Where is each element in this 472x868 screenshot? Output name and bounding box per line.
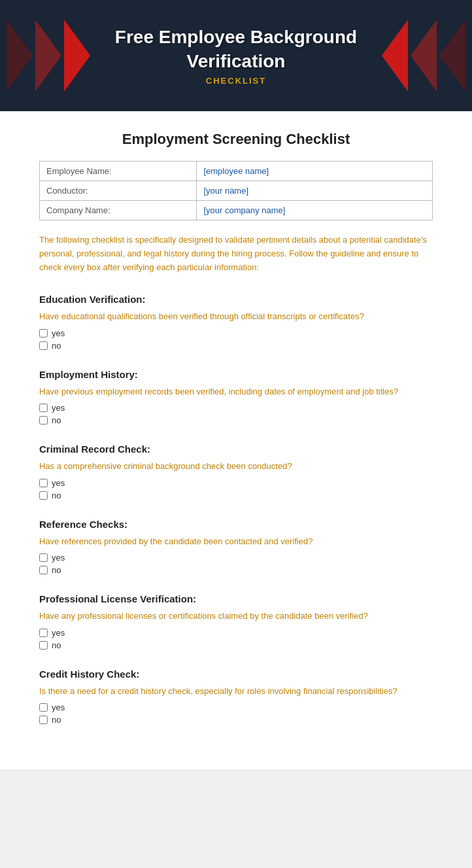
main-content: Employment Screening Checklist Employee … bbox=[0, 111, 472, 769]
checkbox-license-no[interactable] bbox=[39, 641, 48, 650]
checkbox-credit-yes[interactable] bbox=[39, 703, 48, 712]
header-title-block: Free Employee Background Verification CH… bbox=[115, 26, 357, 86]
checkbox-label: no bbox=[52, 491, 61, 500]
checkbox-item-education-yes[interactable]: yes bbox=[39, 328, 433, 338]
checkbox-reference-no[interactable] bbox=[39, 566, 48, 574]
checkbox-label: no bbox=[52, 415, 61, 425]
checkbox-item-credit-yes[interactable]: yes bbox=[39, 703, 433, 712]
section-question: Have references provided by the candidat… bbox=[39, 535, 433, 548]
checkbox-credit-no[interactable] bbox=[39, 716, 48, 724]
header-title: Free Employee Background Verification bbox=[115, 26, 357, 73]
section-employment: Employment History: Have previous employ… bbox=[39, 369, 433, 426]
section-question: Has a comprehensive criminal background … bbox=[39, 460, 433, 473]
checkbox-label: yes bbox=[52, 478, 65, 488]
checkbox-label: no bbox=[52, 565, 61, 575]
info-table-row: Company Name: [your company name] bbox=[40, 201, 433, 220]
page-title: Employment Screening Checklist bbox=[39, 131, 433, 148]
checkbox-criminal-no[interactable] bbox=[39, 491, 48, 500]
checkbox-item-reference-yes[interactable]: yes bbox=[39, 553, 433, 563]
section-question: Have any professional licenses or certif… bbox=[39, 610, 433, 623]
section-title: Criminal Record Check: bbox=[39, 443, 433, 455]
section-question: Have previous employment records been ve… bbox=[39, 385, 433, 398]
checkbox-label: yes bbox=[52, 328, 65, 338]
chevrons-left-decoration bbox=[0, 0, 105, 111]
checkbox-item-credit-no[interactable]: no bbox=[39, 715, 433, 725]
section-question: Have educational qualifications been ver… bbox=[39, 310, 433, 323]
checkbox-item-license-yes[interactable]: yes bbox=[39, 628, 433, 638]
info-table-row: Employee Name: [employee name] bbox=[40, 162, 433, 181]
info-label: Employee Name: bbox=[40, 162, 197, 181]
checkbox-item-license-no[interactable]: no bbox=[39, 640, 433, 650]
chevrons-right-decoration bbox=[367, 0, 472, 111]
checkbox-item-criminal-no[interactable]: no bbox=[39, 491, 433, 500]
checkbox-education-no[interactable] bbox=[39, 341, 48, 350]
info-value: [your company name] bbox=[197, 201, 433, 220]
info-value: [your name] bbox=[197, 181, 433, 201]
info-label: Company Name: bbox=[40, 201, 197, 220]
info-value: [employee name] bbox=[197, 162, 433, 181]
section-question: Is there a need for a credit history che… bbox=[39, 685, 433, 698]
section-title: Credit History Check: bbox=[39, 668, 433, 680]
intro-text: The following checklist is specifically … bbox=[39, 234, 433, 274]
checkbox-label: yes bbox=[52, 703, 65, 712]
section-credit: Credit History Check: Is there a need fo… bbox=[39, 668, 433, 725]
checkbox-item-employment-yes[interactable]: yes bbox=[39, 403, 433, 413]
info-table: Employee Name: [employee name] Conductor… bbox=[39, 161, 433, 220]
section-title: Professional License Verification: bbox=[39, 593, 433, 604]
info-label: Conductor: bbox=[40, 181, 197, 201]
section-criminal: Criminal Record Check: Has a comprehensi… bbox=[39, 443, 433, 500]
section-title: Employment History: bbox=[39, 369, 433, 380]
section-title: Reference Checks: bbox=[39, 519, 433, 530]
checkbox-item-employment-no[interactable]: no bbox=[39, 415, 433, 425]
checkbox-employment-yes[interactable] bbox=[39, 404, 48, 412]
section-title: Education Verification: bbox=[39, 294, 433, 305]
section-education: Education Verification: Have educational… bbox=[39, 294, 433, 351]
page-header: Free Employee Background Verification CH… bbox=[0, 0, 472, 111]
checkbox-label: yes bbox=[52, 553, 65, 563]
checkbox-item-criminal-yes[interactable]: yes bbox=[39, 478, 433, 488]
checkbox-item-reference-no[interactable]: no bbox=[39, 565, 433, 575]
checkbox-reference-yes[interactable] bbox=[39, 553, 48, 562]
section-reference: Reference Checks: Have references provid… bbox=[39, 519, 433, 576]
checkbox-item-education-no[interactable]: no bbox=[39, 341, 433, 351]
header-subtitle: CHECKLIST bbox=[115, 76, 357, 86]
checkbox-label: no bbox=[52, 715, 61, 725]
checkbox-label: no bbox=[52, 640, 61, 650]
checkbox-label: yes bbox=[52, 628, 65, 638]
checkbox-license-yes[interactable] bbox=[39, 629, 48, 637]
checkbox-employment-no[interactable] bbox=[39, 416, 48, 425]
checkbox-criminal-yes[interactable] bbox=[39, 479, 48, 487]
checkbox-label: no bbox=[52, 341, 61, 351]
section-license: Professional License Verification: Have … bbox=[39, 593, 433, 650]
checkbox-education-yes[interactable] bbox=[39, 329, 48, 338]
info-table-row: Conductor: [your name] bbox=[40, 181, 433, 201]
checkbox-label: yes bbox=[52, 403, 65, 413]
